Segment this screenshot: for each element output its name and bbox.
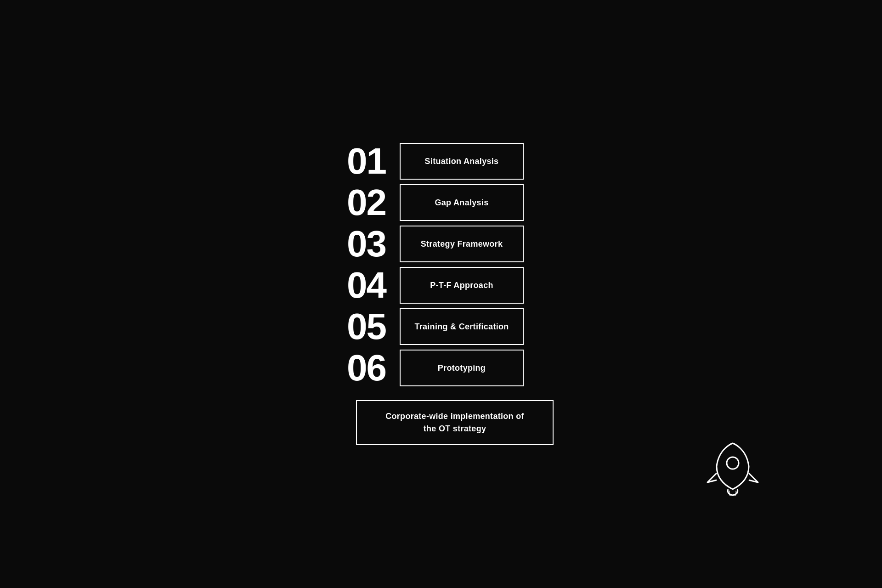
step-label-1: Situation Analysis: [425, 157, 499, 166]
step-label-2: Gap Analysis: [435, 198, 489, 208]
step-row-4: 04P-T-F Approach: [331, 267, 524, 304]
step-row-1: 01Situation Analysis: [331, 143, 524, 180]
step-number-2: 02: [331, 184, 386, 221]
svg-point-0: [727, 457, 739, 469]
step-label-3: Strategy Framework: [421, 239, 503, 249]
step-number-6: 06: [331, 350, 386, 386]
step-row-3: 03Strategy Framework: [331, 226, 524, 262]
footer-label: Corporate-wide implementation of the OT …: [371, 410, 539, 435]
step-box-2: Gap Analysis: [400, 184, 524, 221]
footer-box: Corporate-wide implementation of the OT …: [356, 400, 554, 445]
step-number-5: 05: [331, 308, 386, 345]
step-box-3: Strategy Framework: [400, 226, 524, 262]
step-box-4: P-T-F Approach: [400, 267, 524, 304]
step-box-6: Prototyping: [400, 350, 524, 386]
step-number-1: 01: [331, 143, 386, 180]
footer-line1: Corporate-wide implementation of: [385, 412, 524, 421]
rocket-icon: [703, 436, 763, 496]
step-row-5: 05Training & Certification: [331, 308, 524, 345]
step-label-5: Training & Certification: [414, 322, 509, 332]
step-number-4: 04: [331, 267, 386, 304]
main-container: 01Situation Analysis02Gap Analysis03Stra…: [0, 0, 882, 588]
step-box-5: Training & Certification: [400, 308, 524, 345]
step-box-1: Situation Analysis: [400, 143, 524, 180]
step-row-6: 06Prototyping: [331, 350, 524, 386]
steps-list: 01Situation Analysis02Gap Analysis03Stra…: [331, 143, 524, 386]
step-row-2: 02Gap Analysis: [331, 184, 524, 221]
footer-line2: the OT strategy: [424, 424, 486, 433]
step-label-6: Prototyping: [438, 363, 486, 373]
step-label-4: P-T-F Approach: [430, 281, 493, 290]
step-number-3: 03: [331, 226, 386, 262]
